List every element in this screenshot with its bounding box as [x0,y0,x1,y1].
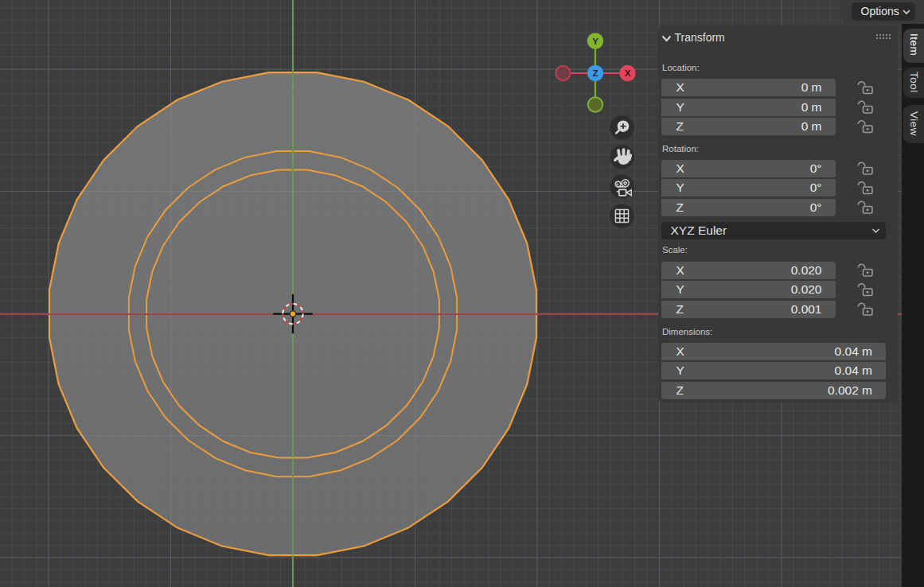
svg-text:X: X [625,68,631,78]
svg-text:Z: Z [592,68,598,78]
svg-text:Y: Y [592,37,598,46]
